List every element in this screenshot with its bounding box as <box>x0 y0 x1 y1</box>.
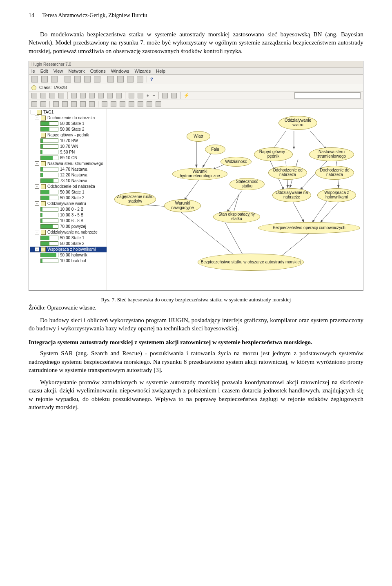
diamond-icon[interactable] <box>107 93 113 98</box>
line-icon[interactable] <box>98 93 104 98</box>
open-icon[interactable] <box>41 76 48 82</box>
oval-node-icon[interactable] <box>80 93 86 98</box>
tool3-icon[interactable] <box>53 101 59 107</box>
menubar[interactable]: le Edit View Network Options Windows Wiz… <box>29 68 363 75</box>
m1-icon[interactable] <box>102 101 107 107</box>
tool4-icon[interactable] <box>62 101 68 107</box>
m2-icon[interactable] <box>111 101 116 107</box>
tree-state-row[interactable]: 50.00 State 1 <box>30 235 107 241</box>
node-dochodzenie[interactable]: Dochodzenie do nabrzeża <box>315 166 354 180</box>
grid-icon[interactable] <box>127 76 134 82</box>
tree-state-row[interactable]: 50.00 State 2 <box>30 195 107 201</box>
print-icon[interactable] <box>40 93 46 98</box>
rect-icon[interactable] <box>116 93 122 98</box>
tree-twisty-icon[interactable]: - <box>35 133 39 137</box>
new-icon[interactable] <box>31 76 38 82</box>
node-zageszczenie[interactable]: Zagęszczenie ruchu statków <box>114 192 156 206</box>
node-nastawa-steru[interactable]: Nastawa steru strumieniowego <box>309 147 354 161</box>
tree-node[interactable]: -Oddziaływanie wiatru <box>30 201 107 207</box>
calendar-icon[interactable] <box>162 93 168 98</box>
layout-icon[interactable] <box>137 76 143 82</box>
tool1-icon[interactable] <box>31 101 37 107</box>
tree-twisty-icon[interactable]: - <box>31 110 35 114</box>
tree-state-row[interactable]: 90.00 holownik <box>30 252 107 258</box>
lightning-icon[interactable]: ⚡ <box>184 93 189 98</box>
zoom-out-icon[interactable] <box>138 93 143 98</box>
tree-icon[interactable] <box>49 93 55 98</box>
tree-node[interactable]: -Nastawa steru strumieniowego <box>30 161 107 167</box>
copy-icon[interactable] <box>74 76 81 82</box>
tree-state-row[interactable]: 14.70 Nastawa <box>30 167 107 172</box>
node-bezp-statku[interactable]: Bezpieczeństwo statku w obszarze autostr… <box>198 254 304 271</box>
tree-twisty-icon[interactable]: - <box>35 161 39 166</box>
node-stan-eksp[interactable]: Stan eksploatacyjny statku <box>213 211 260 223</box>
m3-icon[interactable] <box>120 101 125 107</box>
node-warunki-naw[interactable]: Warunki nawigacyjne <box>164 199 201 212</box>
tree-node[interactable]: -Współpraca z holownikami <box>30 247 107 252</box>
node-bezp-cumownicze[interactable]: Bezpieczeństwo operacji cumowniczych <box>258 222 360 234</box>
m4-icon[interactable] <box>129 101 134 107</box>
minus-icon[interactable]: − <box>152 93 155 98</box>
menu-view[interactable]: View <box>53 69 63 74</box>
tree-node[interactable]: -Dochodzenie do nabrzeża <box>30 115 107 121</box>
oval2-icon[interactable] <box>89 93 95 98</box>
node-oddz-wiatru[interactable]: Oddziaływanie wiatru <box>278 116 317 130</box>
tree-twisty-icon[interactable]: - <box>35 116 39 120</box>
node-naped[interactable]: Napęd główny - pędnik <box>254 147 293 161</box>
node-odchodzenie[interactable]: Odchodzenie od nabrzeża <box>268 166 307 180</box>
tool5-icon[interactable] <box>71 101 77 107</box>
cascade-icon[interactable] <box>117 76 124 82</box>
tableview-icon[interactable] <box>171 93 177 98</box>
tree-state-row[interactable]: 73.10 Nastawa <box>30 178 107 184</box>
menu-wizards[interactable]: Wizards <box>134 69 151 74</box>
node-widzialnosc[interactable]: Widzialność <box>220 157 252 167</box>
tree-state-row[interactable]: 10.00 brak hol <box>30 258 107 264</box>
menu-network[interactable]: Network <box>68 69 85 74</box>
refresh-icon[interactable] <box>89 101 95 107</box>
tree-state-row[interactable]: 50.00 State 2 <box>30 241 107 247</box>
tree-state-row[interactable]: 69.10 CN <box>30 155 107 161</box>
menu-file[interactable]: le <box>31 69 35 74</box>
tool2-icon[interactable] <box>40 101 46 107</box>
node-statecznosc[interactable]: Stateczność statku <box>229 178 265 190</box>
node-wspolpraca[interactable]: Współpraca z holownikami <box>317 188 356 202</box>
run-icon[interactable] <box>31 93 37 98</box>
tool6-icon[interactable] <box>80 101 86 107</box>
plus-icon[interactable]: + <box>147 93 149 98</box>
menu-windows[interactable]: Windows <box>111 69 129 74</box>
tree-state-row[interactable]: 50.00 State 1 <box>30 189 107 195</box>
tree-twisty-icon[interactable]: - <box>35 247 39 252</box>
m6-icon[interactable] <box>147 101 152 107</box>
tree-state-row[interactable]: 10.70 BW <box>30 138 107 144</box>
node-oddz-nabrzeze[interactable]: Oddziaływanie na nabrzeże <box>272 188 311 202</box>
tree-state-row[interactable]: 70.00 powyżej <box>30 224 107 229</box>
edit-toolbar[interactable]: + − ⚡ <box>29 91 363 100</box>
node-wiatr[interactable]: Wiatr <box>187 131 210 142</box>
tree-state-row[interactable]: 10.00 6 - 8 B <box>30 218 107 224</box>
table-icon[interactable] <box>58 93 64 98</box>
m7-icon[interactable] <box>156 101 161 107</box>
tree-twisty-icon[interactable]: - <box>35 184 39 189</box>
tree-node[interactable]: -Odchodzenie od nabrzeża <box>30 184 107 189</box>
tree-state-row[interactable]: 12.20 Nastawa <box>30 172 107 178</box>
zoom-in-icon[interactable] <box>129 93 134 98</box>
search-input[interactable] <box>294 92 361 99</box>
tree-state-row[interactable]: 10.00 3 - 5 B <box>30 212 107 218</box>
tile-icon[interactable] <box>107 76 114 82</box>
help-icon[interactable]: ? <box>150 77 153 82</box>
tree-state-row[interactable]: 50.00 State 2 <box>30 127 107 132</box>
tree-node[interactable]: -Oddziaływanie na nabrzeże <box>30 229 107 235</box>
node-tree[interactable]: -TAG1-Dochodzenie do nabrzeża50.00 State… <box>29 109 107 290</box>
tree-state-row[interactable]: 9.50 PN <box>30 149 107 155</box>
delete-icon[interactable] <box>94 76 100 82</box>
secondary-toolbar[interactable] <box>29 100 363 109</box>
cut-icon[interactable] <box>65 76 71 82</box>
m5-icon[interactable] <box>138 101 143 107</box>
tree-state-row[interactable]: 50.00 State 1 <box>30 121 107 127</box>
tree-node[interactable]: -Napęd główny - pędnik <box>30 132 107 138</box>
main-toolbar[interactable]: ? <box>29 75 363 84</box>
paste-icon[interactable] <box>84 76 91 82</box>
network-canvas[interactable]: Wiatr Fala Widzialność Warunki hydromete… <box>107 109 363 290</box>
tree-state-row[interactable]: 10.70 WN <box>30 144 107 149</box>
save-icon[interactable] <box>51 76 58 82</box>
